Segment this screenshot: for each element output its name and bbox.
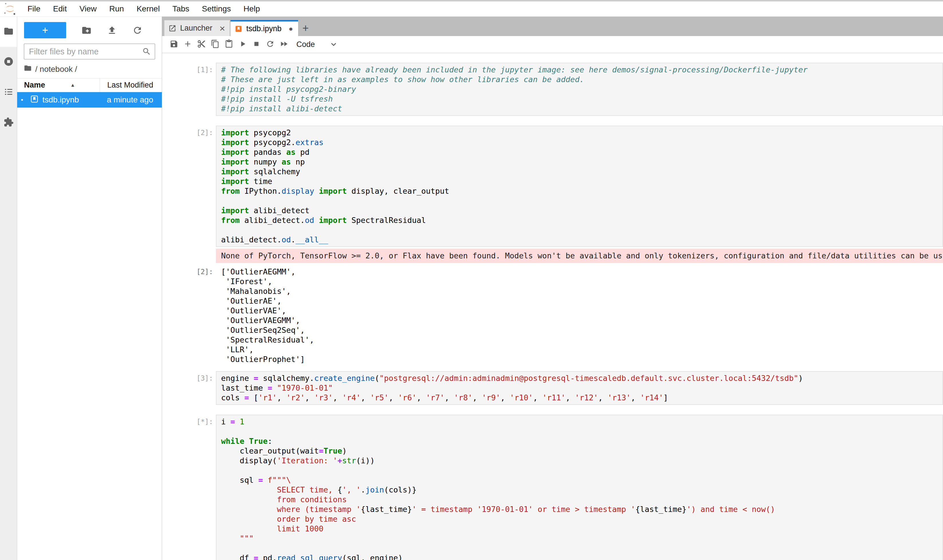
output-line: 'LLR', xyxy=(221,345,943,355)
breadcrumb[interactable]: / notebook / xyxy=(17,64,162,74)
cell-editor[interactable]: import psycopg2import psycopg2.extrasimp… xyxy=(216,126,943,247)
running-icon xyxy=(3,56,14,68)
restart-run-all-button[interactable] xyxy=(278,38,290,50)
cell-editor[interactable]: i = 1while True: clear_output(wait=True)… xyxy=(216,415,943,560)
code-line: import alibi_detect xyxy=(221,206,942,215)
sidebar-tab-file-browser[interactable] xyxy=(0,17,17,47)
code-line: sql = f"""\ xyxy=(221,475,942,485)
output-line: 'Mahalanobis', xyxy=(221,286,943,296)
cell-type-select[interactable]: Code xyxy=(296,40,315,49)
new-launcher-button[interactable]: + xyxy=(24,22,66,38)
new-tab-button[interactable]: + xyxy=(298,20,313,36)
column-header-last-modified[interactable]: Last Modified xyxy=(100,78,162,92)
menu-item-tabs[interactable]: Tabs xyxy=(166,2,196,16)
tab-bar: Launcher × tsdb.ipynb ● + xyxy=(162,17,943,36)
code-line: # These are just left in as examples to … xyxy=(221,75,942,85)
save-button[interactable] xyxy=(168,38,179,50)
execution-count: [*]: xyxy=(194,415,213,560)
upload-button[interactable] xyxy=(107,25,117,35)
paste-cells-button[interactable] xyxy=(223,38,235,50)
output-line: 'OutlierAE', xyxy=(221,296,943,306)
menu-item-kernel[interactable]: Kernel xyxy=(130,2,166,16)
code-line: last_time = "1970-01-01" xyxy=(221,383,942,393)
sidebar-tab-extensions[interactable] xyxy=(0,108,17,138)
filter-files-box xyxy=(24,43,155,60)
output-line: 'OutlierProphet'] xyxy=(221,355,943,364)
cut-icon xyxy=(197,40,206,49)
tab-tsdb-notebook[interactable]: tsdb.ipynb ● xyxy=(230,20,298,36)
run-icon xyxy=(238,40,247,49)
file-modified: a minute ago xyxy=(107,95,162,105)
code-line: limit 1000 xyxy=(221,524,942,534)
main-dock-area: Launcher × tsdb.ipynb ● + Code [1]:# The… xyxy=(162,17,943,560)
paste-icon xyxy=(224,40,233,49)
cell-editor[interactable]: engine = sqlalchemy.create_engine("postg… xyxy=(216,371,943,405)
interrupt-kernel-button[interactable] xyxy=(250,38,262,50)
filter-files-input[interactable] xyxy=(24,44,154,59)
folder-icon xyxy=(3,26,14,37)
code-line: """ xyxy=(221,534,942,543)
stderr-text: None of PyTorch, TensorFlow >= 2.0, or F… xyxy=(221,251,943,261)
menu-item-help[interactable]: Help xyxy=(237,2,266,16)
save-icon xyxy=(170,40,178,49)
file-row[interactable]: •tsdb.ipynba minute ago xyxy=(17,92,162,108)
code-cell: [1]:# The following libraries have alrea… xyxy=(194,63,943,116)
copy-cells-button[interactable] xyxy=(209,38,221,50)
cut-cells-button[interactable] xyxy=(196,38,207,50)
execution-count: [2]: xyxy=(194,126,213,247)
run-cell-button[interactable] xyxy=(237,38,248,50)
cell-editor[interactable]: # The following libraries have already b… xyxy=(216,63,943,116)
code-line: order by time asc xyxy=(221,514,942,524)
output-line: 'IForest', xyxy=(221,277,943,286)
column-header-name[interactable]: Name ▲ xyxy=(17,81,100,89)
breadcrumb-path: / notebook / xyxy=(35,65,77,74)
code-line: #!pip install alibi-detect xyxy=(221,104,942,114)
insert-cell-button[interactable] xyxy=(182,38,193,50)
notebook-icon xyxy=(235,25,242,33)
code-line xyxy=(221,466,942,475)
output-line: 'OutlierVAEGMM', xyxy=(221,315,943,325)
menu-item-settings[interactable]: Settings xyxy=(196,2,237,16)
restart-kernel-button[interactable] xyxy=(264,38,276,50)
code-cell: [3]:engine = sqlalchemy.create_engine("p… xyxy=(194,371,943,405)
close-icon[interactable]: × xyxy=(219,24,225,32)
code-line: alibi_detect.od.__all__ xyxy=(221,235,942,245)
code-line: from alibi_detect.od import SpectralResi… xyxy=(221,215,942,225)
code-line: while True: xyxy=(221,436,942,446)
menu-item-view[interactable]: View xyxy=(73,2,103,16)
code-line: # The following libraries have already b… xyxy=(221,65,942,75)
code-line xyxy=(221,196,942,206)
new-folder-button[interactable] xyxy=(81,25,92,35)
menu-item-run[interactable]: Run xyxy=(103,2,130,16)
output-text: ['OutlierAEGMM', 'IForest', 'Mahalanobis… xyxy=(216,265,943,364)
tab-label: tsdb.ipynb xyxy=(246,24,281,33)
stop-icon xyxy=(252,40,261,49)
run-all-icon xyxy=(279,40,289,49)
sidebar-tab-table-of-contents[interactable] xyxy=(0,77,17,108)
chevron-down-icon[interactable] xyxy=(329,40,338,49)
folder-icon xyxy=(24,64,35,74)
output-line: 'OutlierSeq2Seq', xyxy=(221,325,943,335)
restart-icon xyxy=(266,40,275,49)
code-line: #!pip install psycopg2-binary xyxy=(221,85,942,94)
notebook-content: [1]:# The following libraries have alrea… xyxy=(162,53,943,560)
output-line: ['OutlierAEGMM', xyxy=(221,267,943,277)
launcher-icon xyxy=(168,24,176,32)
output-line: 'SpectralResidual', xyxy=(221,335,943,345)
menu-bar: FileEditViewRunKernelTabsSettingsHelp xyxy=(0,2,943,17)
sort-ascending-icon: ▲ xyxy=(71,82,75,88)
refresh-button[interactable] xyxy=(132,25,143,35)
tab-launcher[interactable]: Launcher × xyxy=(164,20,230,36)
code-line: clear_output(wait=True) xyxy=(221,446,942,456)
sidebar-tab-running-kernels[interactable] xyxy=(0,47,17,77)
file-browser-actions: + xyxy=(17,22,162,38)
unsaved-changes-dot-icon[interactable]: ● xyxy=(289,25,293,33)
running-dot-icon: • xyxy=(17,96,30,104)
code-line: cols = ['r1', 'r2', 'r3', 'r4', 'r5', 'r… xyxy=(221,393,942,403)
code-cell: [2]:import psycopg2import psycopg2.extra… xyxy=(194,126,943,247)
stderr-output: None of PyTorch, TensorFlow >= 2.0, or F… xyxy=(216,249,943,263)
code-line: import sqlalchemy xyxy=(221,167,942,177)
jupyterlab-window: FileEditViewRunKernelTabsSettingsHelp + … xyxy=(0,0,943,560)
menu-item-file[interactable]: File xyxy=(21,2,47,16)
menu-item-edit[interactable]: Edit xyxy=(47,2,73,16)
